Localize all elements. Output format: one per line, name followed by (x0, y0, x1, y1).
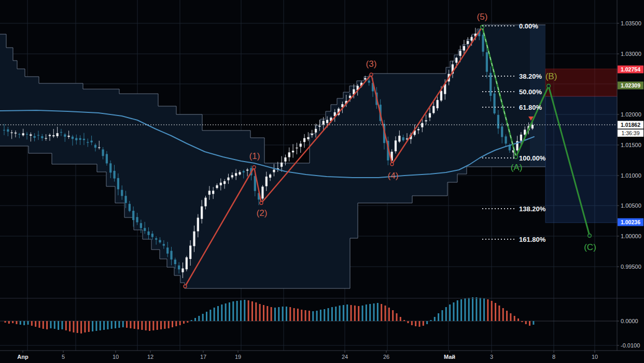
candle-body (493, 93, 495, 113)
histogram-bar (157, 321, 158, 330)
candle-body (136, 217, 138, 222)
wave-vertex-handle[interactable] (370, 73, 373, 76)
histogram-bar (525, 321, 527, 324)
histogram-bar (434, 317, 436, 321)
histogram-bar (77, 321, 78, 333)
stop-zone-box[interactable] (545, 69, 617, 96)
histogram-bar (430, 320, 431, 321)
bar-countdown-badge: 1:36:39 (618, 129, 643, 137)
histogram-bar (126, 321, 128, 328)
candle-body (296, 148, 298, 148)
price-badge-entry: 1.02309 (618, 82, 643, 90)
candle-body (147, 231, 149, 235)
candle-body (140, 223, 142, 228)
histogram-bar (107, 321, 108, 329)
histogram-bar (16, 321, 17, 324)
candle-body (402, 137, 404, 140)
histogram-bar (358, 306, 359, 321)
chart-canvas[interactable] (0, 0, 644, 363)
position-boxes[interactable] (545, 69, 617, 223)
candle-body (159, 240, 161, 243)
histogram-bar (240, 300, 242, 321)
histogram-bar (122, 321, 124, 327)
candle-body (216, 185, 218, 188)
histogram-bar (453, 302, 454, 321)
histogram-bar (441, 310, 443, 321)
histogram-bar (164, 321, 165, 329)
histogram-bar (137, 321, 139, 329)
channel-layer (0, 25, 545, 288)
candle-body (269, 175, 271, 178)
candle-body (163, 244, 165, 245)
candle-body (531, 125, 534, 128)
histogram-bar (423, 321, 424, 326)
histogram-bar (152, 321, 154, 330)
candle-body (437, 100, 439, 108)
candle-body (3, 130, 5, 130)
wave-vertex-handle[interactable] (184, 285, 187, 288)
candle-body (429, 113, 431, 118)
histogram-bar (221, 304, 222, 321)
candle-body (261, 186, 263, 198)
histogram-bar (58, 321, 59, 330)
candle-body (109, 163, 111, 172)
histogram-bar (411, 321, 413, 325)
wave-vertex-handle[interactable] (390, 163, 394, 166)
candle-body (94, 145, 96, 148)
histogram-bar (396, 313, 397, 321)
histogram-bar (335, 307, 337, 321)
wave-vertex-handle[interactable] (547, 84, 551, 88)
histogram-bar (506, 311, 508, 321)
candle-body (90, 141, 92, 142)
histogram-bar (202, 314, 204, 321)
candle-body (470, 37, 472, 40)
candle-body (79, 138, 81, 140)
candle-body (482, 35, 484, 52)
candle-body (246, 170, 248, 171)
wave-vertex-handle[interactable] (260, 201, 263, 205)
candle-body (368, 81, 370, 83)
histogram-bar (198, 316, 200, 321)
histogram-bar (449, 304, 451, 321)
chart-window: Апр5101217192426Май38101.035001.030001.0… (0, 0, 644, 363)
histogram-bar (73, 321, 74, 332)
histogram-bar (100, 321, 101, 330)
candle-body (292, 151, 294, 152)
histogram-bar (438, 313, 439, 321)
candle-body (220, 183, 222, 185)
histogram-bar (267, 306, 268, 321)
channel-projection-band (530, 25, 545, 167)
histogram-bar (191, 320, 192, 321)
histogram-bar (179, 321, 181, 325)
wave-vertex-handle[interactable] (253, 166, 256, 169)
histogram-bar (160, 321, 162, 329)
wave-vertex-handle[interactable] (514, 155, 518, 159)
candle-body (34, 136, 36, 138)
candle-body (455, 58, 457, 63)
wave-vertex-handle[interactable] (588, 234, 592, 238)
candle-body (132, 211, 134, 220)
histogram-bar (533, 321, 534, 325)
histogram-bar (248, 300, 249, 321)
histogram-bar (27, 321, 29, 325)
histogram-bar (69, 321, 71, 331)
histogram-bar (366, 304, 367, 321)
histogram-bar (457, 300, 458, 321)
histogram-bar (80, 321, 82, 333)
candle-body (364, 78, 366, 80)
candle-body (524, 129, 526, 135)
histogram-bar (514, 316, 515, 321)
histogram-bar (468, 298, 470, 321)
histogram-bar (194, 318, 196, 321)
histogram-bar (510, 313, 511, 321)
histogram-bar (301, 310, 302, 321)
channel-fill (0, 25, 545, 288)
histogram-bar (464, 298, 466, 321)
histogram-bar (274, 308, 276, 321)
histogram-bar (187, 321, 188, 323)
histogram-bar (225, 303, 227, 321)
candle-body (235, 173, 237, 176)
candle-body (49, 135, 51, 136)
candle-body (64, 135, 66, 137)
candle-body (7, 129, 9, 132)
